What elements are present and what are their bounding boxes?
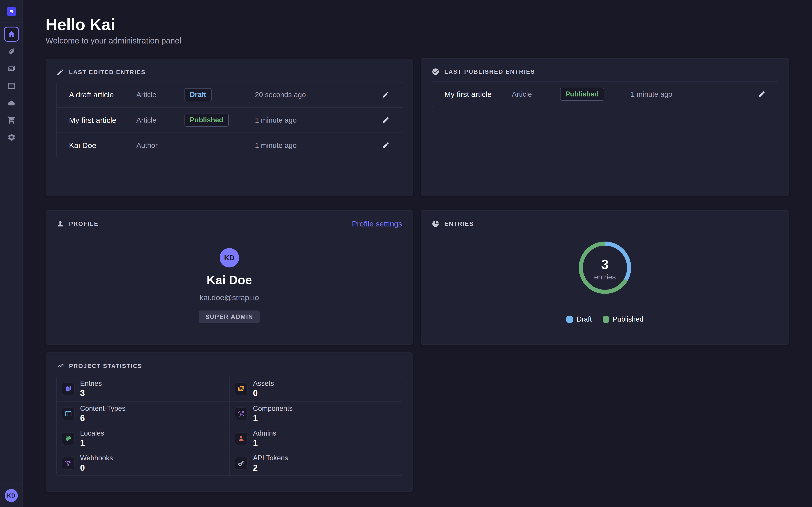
cloud-icon [7, 99, 16, 108]
stat-value: 3 [80, 389, 102, 398]
stat-label: Admins [253, 429, 276, 437]
stat-value: 0 [80, 463, 113, 473]
home-icon [7, 30, 15, 38]
page-subtitle: Welcome to your administration panel [46, 36, 181, 46]
pencil-icon [382, 91, 390, 99]
stat-value: 6 [80, 413, 125, 423]
sidebar-divider-bottom [0, 484, 23, 484]
card-header: ENTRIES [432, 220, 778, 228]
card-title: PROFILE [69, 220, 99, 227]
legend-item-published: Published [603, 315, 644, 323]
strapi-logo[interactable] [7, 7, 16, 16]
stat-label: Assets [253, 380, 274, 388]
entry-name: A draft article [69, 90, 136, 99]
legend-label: Published [613, 315, 644, 323]
profile-name: Kai Doe [207, 273, 252, 287]
entry-type: Author [136, 141, 184, 150]
sidebar-item-media-library[interactable] [0, 64, 23, 74]
profile-card: PROFILE Profile settings KD Kai Doe kai.… [46, 210, 413, 345]
page-title: Hello Kai [46, 16, 181, 33]
stat-value: 2 [253, 463, 288, 473]
card-title: LAST EDITED ENTRIES [69, 69, 146, 76]
card-header: LAST EDITED ENTRIES [56, 68, 402, 76]
profile-settings-link[interactable]: Profile settings [352, 220, 402, 228]
card-header: PROFILE Profile settings [56, 220, 402, 228]
cart-icon [7, 116, 16, 124]
feather-icon [7, 47, 16, 56]
card-title: ENTRIES [444, 220, 474, 227]
stat-api-tokens: API Tokens 2 [230, 451, 402, 475]
profile-email: kai.doe@strapi.io [200, 293, 259, 302]
status-badge: Published [560, 88, 604, 101]
profile-body: KD Kai Doe kai.doe@strapi.io SUPER ADMIN [46, 248, 412, 323]
sidebar-item-deploy[interactable] [0, 98, 23, 108]
page-header: Hello Kai Welcome to your administration… [46, 16, 181, 46]
status-badge: Draft [185, 88, 212, 101]
stat-value: 1 [80, 438, 104, 448]
project-statistics-card: PROJECT STATISTICS Entries 3 Assets 0 [46, 352, 413, 492]
user-avatar-menu[interactable]: KD [5, 489, 18, 502]
trending-up-icon [56, 362, 64, 370]
last-edited-entries-card: LAST EDITED ENTRIES A draft article Arti… [46, 59, 413, 196]
sidebar-item-content-type-builder[interactable] [0, 81, 23, 91]
table-row: A draft article Article Draft 20 seconds… [57, 82, 402, 107]
layout-icon [65, 410, 72, 417]
legend-item-draft: Draft [566, 315, 592, 323]
card-header: PROJECT STATISTICS [56, 362, 402, 370]
layout-icon [7, 81, 16, 90]
legend-label: Draft [576, 315, 592, 323]
card-title: LAST PUBLISHED ENTRIES [444, 68, 535, 75]
edit-entry-button[interactable] [382, 116, 390, 124]
role-badge: SUPER ADMIN [199, 311, 259, 323]
stat-label: API Tokens [253, 454, 288, 462]
entry-time: 1 minute ago [631, 90, 756, 99]
status-badge: Published [185, 114, 229, 127]
draft-swatch [566, 316, 573, 323]
images-icon [238, 385, 245, 392]
last-edited-table: A draft article Article Draft 20 seconds… [56, 81, 402, 158]
donut-center-label: 3 entries [578, 241, 631, 294]
edit-entry-button[interactable] [758, 90, 766, 98]
last-published-table: My first article Article Published 1 min… [432, 81, 778, 107]
published-swatch [603, 316, 609, 323]
edit-entry-button[interactable] [382, 142, 390, 149]
pie-chart-icon [432, 220, 439, 228]
stat-label: Webhooks [80, 454, 113, 462]
stat-value: 1 [253, 438, 276, 448]
table-row: Kai Doe Author - 1 minute ago [57, 132, 402, 158]
entries-donut-chart: 3 entries [421, 241, 789, 294]
gear-icon [7, 133, 16, 142]
sidebar-item-settings[interactable] [0, 132, 23, 143]
sidebar-item-marketplace[interactable] [0, 115, 23, 125]
user-icon [238, 435, 245, 442]
stat-value: 0 [253, 389, 274, 398]
webhook-icon [65, 460, 72, 467]
entry-time: 1 minute ago [255, 116, 379, 124]
sidebar-item-home[interactable] [4, 26, 19, 42]
table-row: My first article Article Published 1 min… [432, 81, 778, 107]
chart-legend: Draft Published [421, 315, 789, 323]
entry-time: 20 seconds ago [255, 91, 379, 99]
stat-admins: Admins 1 [230, 426, 402, 451]
stat-components: Components 1 [230, 401, 402, 426]
strapi-admin-dashboard: KD Hello Kai Welcome to your administrat… [0, 0, 812, 507]
entry-type: Article [136, 91, 184, 99]
last-published-entries-card: LAST PUBLISHED ENTRIES My first article … [421, 58, 789, 196]
table-row: My first article Article Published 1 min… [57, 107, 402, 132]
entries-card: ENTRIES 3 entries Draft Pu [421, 210, 789, 345]
stat-assets: Assets 0 [230, 376, 402, 401]
card-header: LAST PUBLISHED ENTRIES [432, 68, 778, 76]
stat-label: Components [253, 404, 293, 412]
stat-entries: Entries 3 [57, 376, 230, 401]
strapi-logo-icon [9, 9, 14, 14]
entries-total: 3 [601, 258, 609, 272]
edit-entry-button[interactable] [382, 91, 390, 99]
entry-name: My first article [444, 90, 512, 99]
check-circle-icon [432, 68, 439, 75]
user-icon [56, 220, 64, 228]
pencil-icon [56, 68, 64, 76]
pencil-icon [382, 116, 390, 124]
entry-name: Kai Doe [69, 141, 136, 150]
card-title: PROJECT STATISTICS [69, 362, 142, 370]
sidebar-item-content-manager[interactable] [0, 46, 23, 57]
